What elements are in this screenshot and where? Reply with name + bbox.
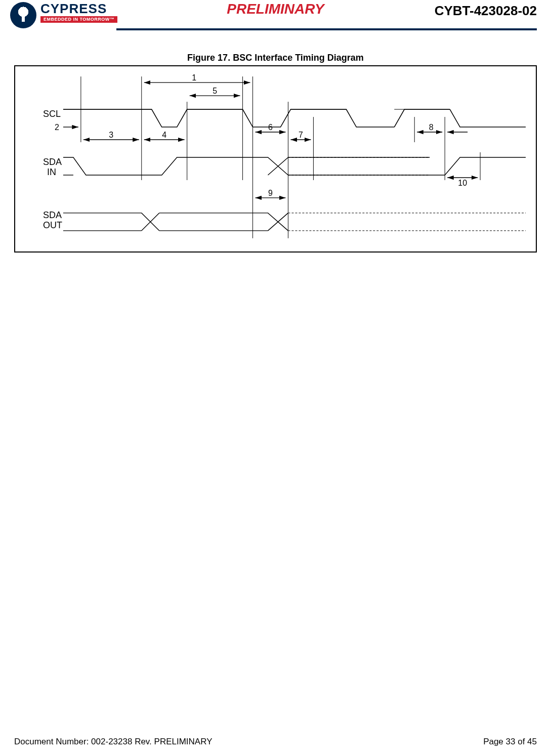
page-header: CYPRESS EMBEDDED IN TOMORROW™ PRELIMINAR…	[0, 0, 551, 34]
marker-5: 5	[213, 87, 217, 95]
brand-logo-mark-icon	[10, 2, 36, 28]
brand-word: CYPRESS	[40, 2, 117, 15]
scl-label: SCL	[43, 109, 61, 119]
sda-out-label-1: SDA	[43, 210, 62, 220]
sda-in-label-2: IN	[47, 167, 56, 177]
header-part-number: CYBT-423028-02	[435, 2, 537, 19]
marker-8: 8	[429, 123, 434, 132]
marker-2: 2	[55, 123, 59, 132]
footer-page-number: Page 33 of 45	[483, 737, 537, 747]
sda-out-label-2: OUT	[43, 220, 62, 230]
timing-diagram-svg: SCL 1 5 2 3 4 6	[15, 66, 536, 251]
page-footer: Document Number: 002-23238 Rev. PRELIMIN…	[14, 737, 537, 747]
marker-1: 1	[192, 73, 196, 82]
marker-4: 4	[162, 131, 166, 139]
brand-tagline: EMBEDDED IN TOMORROW™	[40, 16, 117, 23]
marker-10: 10	[458, 179, 467, 187]
marker-3: 3	[109, 131, 113, 139]
marker-6: 6	[268, 123, 273, 132]
marker-7: 7	[299, 131, 303, 139]
brand-logo-text: CYPRESS EMBEDDED IN TOMORROW™	[40, 2, 117, 23]
preliminary-label: PRELIMINARY	[227, 1, 324, 17]
timing-diagram-figure: SCL 1 5 2 3 4 6	[14, 65, 537, 253]
sda-in-label-1: SDA	[43, 157, 62, 167]
brand-logo: CYPRESS EMBEDDED IN TOMORROW™	[10, 2, 117, 28]
footer-doc-number: Document Number: 002-23238 Rev. PRELIMIN…	[14, 737, 213, 747]
figure-caption: Figure 17. BSC Interface Timing Diagram	[0, 53, 551, 63]
marker-9: 9	[268, 189, 273, 197]
